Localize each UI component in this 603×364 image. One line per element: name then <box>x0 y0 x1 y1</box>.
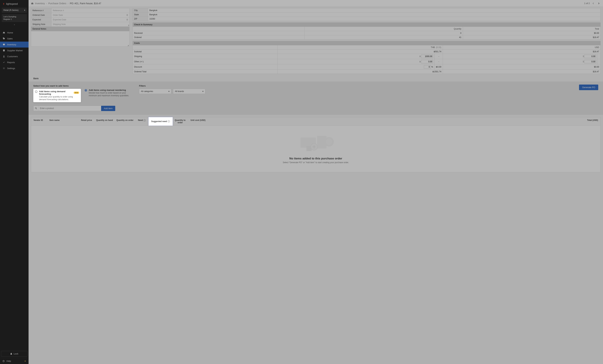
po-details-right: CityBangkok StateBangkok ZIP10260 Check … <box>133 8 601 74</box>
nav-customers-label: Customers <box>7 55 18 58</box>
next-page-button[interactable] <box>597 1 601 5</box>
breadcrumb-inventory[interactable]: Inventory <box>35 2 45 5</box>
content: Reference # Reference # Ordered Date Ord… <box>29 7 603 364</box>
ordered-total-usd: $16.47 <box>443 70 601 74</box>
nav: Home Sales Inventory Supplier Market Cus… <box>0 30 29 71</box>
radio-checked-icon <box>85 89 87 91</box>
city-value[interactable]: Bangkok <box>148 8 601 12</box>
item-config-panel: Select how you want to add items Add ite… <box>29 81 603 115</box>
col-qty-to-order: Quantity to order <box>173 117 188 125</box>
item-section-heading: Item <box>29 74 603 81</box>
empty-state: No items added to this purchase order Se… <box>31 126 601 172</box>
radio-forecasting-title: Add items using demand forecasting <box>39 90 73 95</box>
arrow-right-icon: → <box>437 55 440 57</box>
state-value[interactable]: Bangkok <box>148 12 601 17</box>
chevron-right-icon: › <box>46 2 47 5</box>
usd-label: USD <box>443 45 601 50</box>
resize-handle-icon: ◢ <box>127 24 129 26</box>
categories-select[interactable]: All categories ▾ <box>139 89 171 94</box>
help-circle-icon[interactable]: ? <box>168 120 170 122</box>
other-thb-input[interactable] <box>421 60 433 63</box>
nav-customers[interactable]: Customers <box>0 54 29 59</box>
zip-value[interactable]: 10260 <box>148 17 601 21</box>
received-label: Received <box>133 31 305 35</box>
empty-state-subtitle: Select "Generate PO" or "Add item" to st… <box>35 161 597 164</box>
thb-rate: (0.33) <box>436 46 441 49</box>
other-label: Other (+/-) <box>133 59 278 64</box>
sidebar-bottom: Lock Help <box>0 350 29 364</box>
lock-button[interactable]: Lock <box>1 351 28 356</box>
nav-reports[interactable]: Reports <box>0 59 29 65</box>
retail-series-dropdown[interactable]: Retail (R-Series) ▾ <box>2 8 27 13</box>
arrow-right-icon: → <box>437 60 440 63</box>
add-item-button[interactable]: Add item <box>101 106 115 111</box>
col-unit-cost: Unit cost (USD) <box>188 117 208 125</box>
nav-inventory[interactable]: Inventory <box>0 42 29 47</box>
search-icon <box>34 106 39 111</box>
received-total: $0.00 <box>463 31 601 35</box>
home-icon <box>2 31 5 34</box>
radio-demand-forecasting[interactable]: Add items using demand forecasting NEW C… <box>33 89 81 102</box>
retail-series-label: Retail (R-Series) <box>3 9 19 11</box>
radio-manual-reordering[interactable]: Add items using manual reordering Decide… <box>85 89 132 102</box>
empty-state-title: No items added to this purchase order <box>35 157 597 160</box>
address-table: CityBangkok StateBangkok ZIP10260 <box>133 8 601 21</box>
nav-inventory-label: Inventory <box>7 43 16 46</box>
col-need: Need ? <box>135 117 149 125</box>
ordered-qty: 41 <box>305 35 463 40</box>
help-button[interactable]: Help <box>2 360 11 362</box>
discount-label: Discount <box>133 64 278 70</box>
expected-label: Expected <box>31 18 51 22</box>
shipping-note-input[interactable]: Shipping Note◢ <box>51 22 129 27</box>
nav-settings-label: Settings <box>7 67 15 70</box>
discount-value-input[interactable] <box>424 65 431 69</box>
nav-home[interactable]: Home <box>0 30 29 36</box>
new-badge: NEW <box>74 91 79 94</box>
costs-header: Costs <box>133 41 601 45</box>
generate-po-button[interactable]: Generate PO <box>579 85 598 90</box>
help-circle-icon[interactable]: ? <box>143 119 146 121</box>
product-search-input[interactable] <box>39 106 101 111</box>
radio-forecasting-desc: Calculate your quantity to order using d… <box>39 96 79 101</box>
ordered-total-label: Ordered Total <box>133 70 278 74</box>
logo: lightspeed <box>0 0 29 8</box>
location-box[interactable]: Lee's Dumpling Register 1 <box>2 14 27 22</box>
shipping-note-label: Shipping Note <box>31 22 51 27</box>
breadcrumb: Inventory › Purchase Orders › PO: #21, F… <box>31 2 101 5</box>
nav-reports-label: Reports <box>7 61 15 64</box>
general-notes-header: General Notes <box>31 27 129 31</box>
sidebar: lightspeed Retail (R-Series) ▾ Lee's Dum… <box>0 0 29 364</box>
caret-down-icon: ▾ <box>24 9 25 11</box>
prev-page-button[interactable] <box>591 1 595 5</box>
subtotal-label: Subtotal <box>133 50 278 54</box>
nav-supplier-market[interactable]: Supplier Market <box>0 47 29 54</box>
discount-usd: $0.00 <box>443 64 601 70</box>
nav-settings[interactable]: Settings <box>0 65 29 71</box>
nav-sales[interactable]: Sales <box>0 36 29 42</box>
help-row: Help <box>0 358 29 364</box>
state-label: State <box>133 12 148 17</box>
expected-date-input[interactable]: Expected Date🗓 <box>51 18 129 22</box>
other-usd-input[interactable] <box>584 60 596 63</box>
product-search-wrap <box>33 106 101 111</box>
shipping-usd-input[interactable] <box>584 55 596 58</box>
ordered-date-input[interactable]: Order Date🗓 <box>51 13 129 18</box>
general-notes-textarea[interactable] <box>31 31 129 46</box>
reference-input[interactable]: Reference # <box>51 8 129 13</box>
lock-icon <box>10 353 12 355</box>
calendar-icon: 🗓 <box>126 14 128 16</box>
gear-icon <box>2 67 5 69</box>
shipping-thb-input[interactable] <box>421 55 433 58</box>
svg-point-8 <box>326 139 332 145</box>
briefcase-icon <box>31 2 34 5</box>
brands-select[interactable]: All brands ▾ <box>173 89 205 94</box>
po-form-table: Reference # Reference # Ordered Date Ord… <box>31 8 129 31</box>
pagination: 1 of 2 <box>584 1 601 5</box>
costs-table: Costs THB (0.33)USD Subtotal฿501.74$16.4… <box>133 41 601 74</box>
pin-icon[interactable] <box>24 360 26 362</box>
chart-icon <box>2 61 5 64</box>
col-retail-price: Retail price <box>79 117 94 125</box>
ordered-total-thb: ฿1501.74 <box>278 70 443 74</box>
sidebar-expand-toggle[interactable]: ▾ <box>0 23 29 26</box>
breadcrumb-purchase-orders[interactable]: Purchase Orders <box>48 2 66 5</box>
